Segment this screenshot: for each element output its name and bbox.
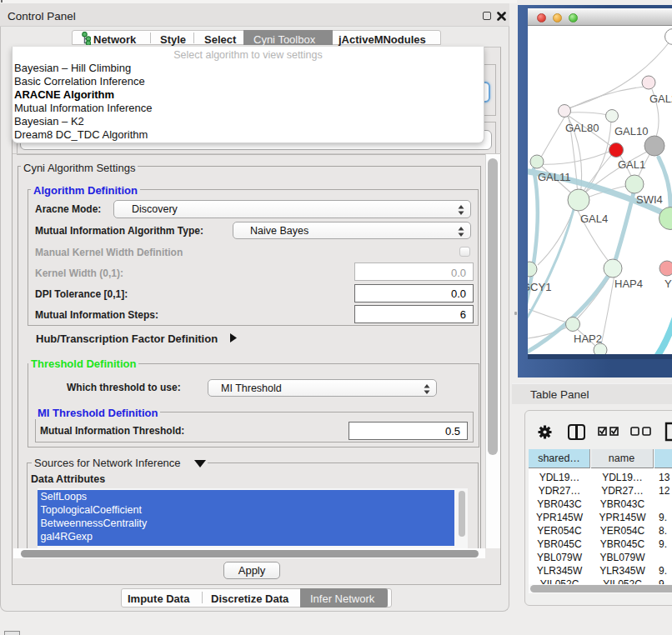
svg-text:GCY1: GCY1 (528, 281, 551, 293)
svg-text:HAP4: HAP4 (614, 278, 643, 290)
svg-text:GAL10: GAL10 (614, 125, 648, 138)
svg-text:GAL4: GAL4 (580, 212, 608, 225)
svg-text:SWI4: SWI4 (636, 193, 663, 206)
svg-text:HAP2: HAP2 (574, 332, 602, 345)
svg-text:GAL11: GAL11 (538, 171, 571, 183)
svg-text:GAL1: GAL1 (618, 158, 645, 171)
svg-text:GAL80: GAL80 (565, 122, 599, 134)
svg-text:GAL2: GAL2 (649, 92, 672, 105)
svg-text:Y: Y (664, 278, 672, 290)
